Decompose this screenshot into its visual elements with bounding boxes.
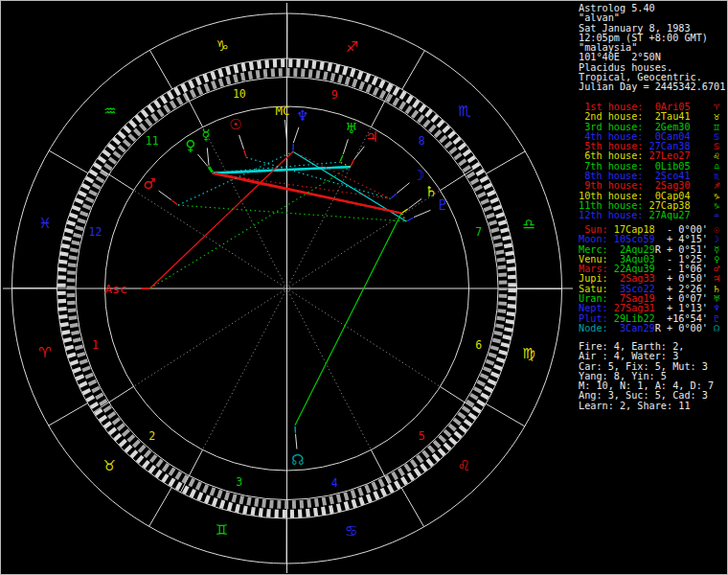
planet-velocity: + 0°00' (661, 323, 708, 334)
house-number-6: 6 (475, 338, 482, 352)
sign-boundary-line (487, 151, 526, 173)
sign-boundary-line (401, 488, 423, 527)
planet-glyph-icon-node: ☊ (291, 451, 304, 469)
house-number-2: 2 (148, 429, 155, 443)
house-number-10: 10 (233, 87, 246, 101)
house-cusp-dotted (289, 290, 440, 387)
house-number-12: 12 (88, 225, 102, 239)
house-row-12: 12th house: 27Aqu27 ♒ (579, 211, 719, 220)
axis-labels: AscMC (104, 104, 289, 296)
zodiac-sign-icon-gemini: ♊ (216, 521, 228, 539)
house-cusp-dotted (133, 290, 284, 387)
house-number-1: 1 (92, 338, 99, 352)
planet-pointer-line (207, 148, 209, 165)
zodiac-sign-icon-leo: ♌ (457, 457, 469, 474)
planet-pointer-line (296, 434, 297, 449)
planet-glyph-icon-mercury: ☿ (201, 126, 210, 144)
zodiac-sign-icon-aries: ♈ (38, 344, 51, 361)
planet-degree-tick-saturn (402, 209, 408, 213)
zodiac-sign-icon-scorpio: ♏ (458, 103, 471, 120)
planet-glyph-icon-moon: ☽ (412, 167, 424, 184)
planet-glyph-icon-pluto: ♇ (436, 196, 448, 214)
sign-boundary-line (149, 488, 172, 527)
header-line-9: Julian Day = 2445342.6701 (579, 82, 725, 92)
planet-pointer-line (197, 154, 207, 166)
zodiac-sign-icon-libra: ♎ (522, 216, 535, 233)
planet-row-11: Node: 3Can29R + 0°00' ☊ (579, 324, 719, 334)
planet-pointer-line (239, 135, 244, 150)
info-panel: Astrolog 5.40"alvan"Sat January 8, 19831… (579, 1, 728, 575)
house-number-8: 8 (419, 134, 425, 148)
planet-glyph-icon-uranus: ♅ (345, 120, 357, 137)
planet-glyph-icon-venus: ♀ (186, 137, 196, 154)
chart-header: Astrolog 5.40"alvan"Sat January 8, 19831… (579, 4, 725, 93)
totals-line-7: Learn: 2, Share: 11 (579, 402, 714, 411)
planet-degree-tick-moon (391, 194, 396, 198)
house-cusp-dotted (288, 127, 372, 287)
aspect-line-mars-neptune-dotted (178, 151, 293, 205)
planet-pointer-line (354, 147, 365, 159)
house-cusp-dotted (288, 291, 371, 450)
house-cusp-dotted (203, 291, 286, 450)
planet-glyph-icon: ☊ (714, 323, 719, 334)
house-cusp-dotted (133, 191, 284, 288)
house-number-7: 7 (475, 225, 482, 239)
planet-glyph-icon-sun: ☉ (229, 116, 241, 133)
chart-axes (3, 3, 573, 573)
planet-pointer-line (159, 191, 171, 200)
zodiac-sign-icon-pisces: ♓ (38, 215, 51, 232)
sign-glyph-icon: ♒ (714, 210, 719, 220)
house-label: 12th house: (579, 210, 643, 220)
house-number-5: 5 (419, 429, 425, 443)
zodiac-sign-icon-capricorn: ♑ (216, 37, 228, 55)
house-cusp-value: 27Aqu27 (643, 210, 690, 220)
sign-boundary-line (49, 403, 88, 426)
sign-boundary-line (486, 403, 525, 426)
planet-pointer-line (414, 210, 430, 217)
house-number-9: 9 (331, 88, 338, 102)
planet-pointer-line (293, 127, 299, 143)
planet-position-table: Sun: 17Cap18 - 0°00' ☉Moon: 10Sco59 + 4°… (579, 225, 719, 334)
house-number-11: 11 (146, 134, 159, 148)
planet-degree-tick-jupiter (351, 160, 353, 166)
planet-pointer-line (397, 183, 409, 194)
planet-pointer-line (409, 198, 422, 208)
planet-degree-tick-pluto (407, 218, 413, 220)
zodiac-sign-icon-aquarius: ♒ (103, 103, 116, 120)
planet-pointer-line (343, 139, 348, 154)
aspect-line-node-saturn (295, 214, 401, 426)
astrolog-app-window: { "app": { "title": "Astrolog 5.40" }, "… (0, 0, 728, 575)
house-cusp-table: 1st house: 0Ari05 ♈ 2nd house: 2Tau41 ♉ … (579, 103, 719, 221)
midheaven-label: MC (275, 104, 289, 118)
natal-chart-wheel: ♈♉♊♋♌♍♎♏♐♑♒♓123456789101112☉☽☿♀♂♃♄♅♆♇☊As… (1, 1, 576, 575)
zodiac-sign-icon-sagittarius: ♐ (346, 38, 358, 56)
ascendant-label: Asc (104, 282, 126, 296)
zodiac-sign-icon-taurus: ♉ (103, 457, 116, 474)
planet-glyph-icon-jupiter: ♃ (365, 128, 377, 146)
sign-boundary-line (402, 51, 425, 90)
planet-label: Node: (579, 323, 608, 334)
house-number-3: 3 (236, 475, 242, 489)
zodiac-sign-icon-virgo: ♍ (522, 345, 535, 362)
planet-degree-tick-mars (172, 200, 178, 204)
planet-glyph-icon-neptune: ♆ (296, 107, 308, 125)
planet-position-value: 3Can29 (608, 323, 655, 334)
zodiac-sign-icon-cancer: ♋ (345, 522, 357, 540)
sign-boundary-line (49, 150, 88, 173)
house-number-4: 4 (331, 476, 338, 490)
aspect-line-asc-jupiter-dotted (150, 167, 351, 288)
sign-boundary-line (149, 50, 171, 89)
planet-degree-tick-sun (244, 150, 246, 157)
planet-degree-tick-uranus (340, 155, 343, 161)
planet-glyph-icon-mars: ♂ (143, 175, 155, 193)
element-totals: Fire: 4, Earth: 2,Air : 4, Water: 3Car: … (579, 342, 714, 411)
